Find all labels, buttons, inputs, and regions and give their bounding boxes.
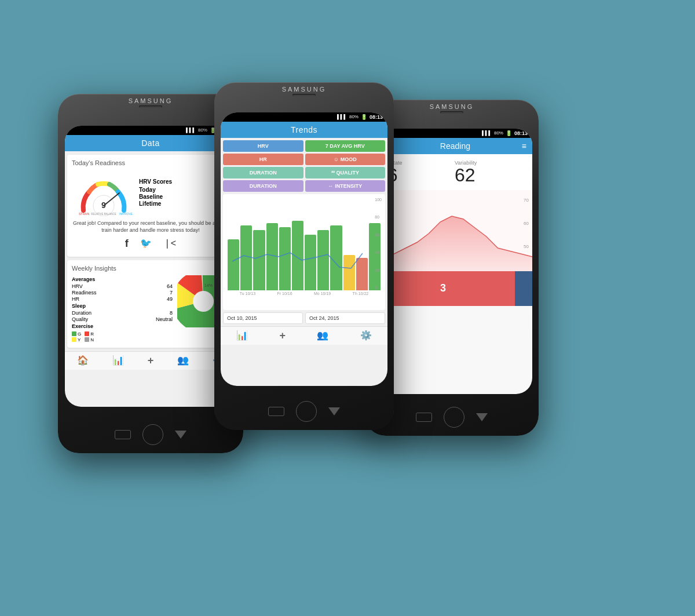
svg-text:RELATIVE BALANCE: RELATIVE BALANCE — [91, 213, 116, 216]
bar-chart — [226, 198, 382, 290]
bar-5 — [279, 227, 291, 290]
phone2-back-button[interactable] — [268, 407, 284, 416]
bar-6 — [292, 221, 303, 290]
bar-3 — [253, 230, 265, 290]
legend-left: G Y — [72, 331, 81, 343]
bar-9 — [330, 225, 342, 290]
date-to-input[interactable]: Oct 24, 2015 — [305, 312, 385, 324]
date-to-value: Oct 24, 2015 — [309, 315, 339, 321]
tab-hr[interactable]: HR — [223, 154, 303, 165]
phone2-menu-button[interactable] — [328, 407, 340, 415]
phone1-menu-button[interactable] — [175, 431, 186, 439]
nav-home[interactable]: 🏠 — [77, 355, 89, 367]
phone2-status-bar: ▌▌▌ 80% 🔋 08:13 — [221, 112, 387, 122]
readiness-avg-row: Readiness 7 — [72, 290, 173, 296]
insights-card: Weekly Insights Averages HRV 64 Readines… — [67, 260, 234, 348]
twitter-icon[interactable]: 🐦 — [140, 238, 152, 250]
phone1-bottom-nav: 🏠 📊 + 👥 ⚙️ — [65, 351, 236, 370]
svg-text:70: 70 — [524, 197, 529, 202]
gauge-svg: 9 STRAIN IMPROVE RELATIVE BALANCE — [72, 170, 136, 216]
phone1-back-button[interactable] — [115, 430, 131, 439]
phone2-time: 08:13 — [370, 114, 383, 120]
reading-chart-svg: 70 60 50 — [371, 190, 532, 271]
date-from-input[interactable]: Oct 10, 2015 — [223, 312, 303, 324]
phone1-speaker — [139, 105, 162, 108]
legend-yellow — [72, 337, 76, 342]
insights-body: Averages HRV 64 Readiness 7 HR — [72, 275, 229, 343]
insights-title: Weekly Insights — [72, 265, 229, 272]
tab-intensity[interactable]: ↔INTENSITY — [305, 180, 386, 192]
bar-8 — [317, 230, 329, 290]
tab-quality[interactable]: ᶻᶻQUALITY — [305, 167, 386, 178]
quality-icon: ᶻᶻ — [331, 170, 335, 176]
bar-10 — [343, 255, 355, 290]
phone2-home-button[interactable] — [296, 401, 317, 422]
averages-title: Averages — [72, 276, 173, 282]
reading-header: Reading ≡ — [371, 138, 532, 154]
nav2-settings[interactable]: ⚙️ — [360, 330, 372, 342]
insights-left: Averages HRV 64 Readiness 7 HR — [72, 275, 173, 343]
phone1-home-button[interactable] — [142, 424, 163, 445]
bar-1 — [228, 239, 239, 290]
phone3-time: 08:13 — [514, 130, 528, 136]
legend-neutral — [85, 337, 89, 342]
phone2-app-header: Trends — [221, 122, 387, 138]
tab-mood[interactable]: ☺MOOD — [305, 154, 386, 165]
trends-chart-area: 100 80 60 40 20 0 Tu 10/13 Fr 10/16 Mo 1… — [223, 194, 385, 310]
phone3-back-button[interactable] — [416, 413, 432, 422]
y-axis-labels: 100 80 60 40 20 0 — [375, 198, 382, 290]
gauge-container: 9 STRAIN IMPROVE RELATIVE BALANCE — [72, 170, 136, 216]
phones-container: SAMSUNG ▌▌▌ 80% 🔋 08:13 Data Today's Rea… — [58, 48, 637, 569]
phone2-screen: ▌▌▌ 80% 🔋 08:13 Trends HRV 7 DAY AVG HRV… — [221, 112, 387, 386]
date-from-value: Oct 10, 2015 — [227, 315, 257, 321]
quality-row: Quality Neutral — [72, 316, 173, 322]
phone2-signal: ▌▌▌ — [337, 114, 347, 119]
svg-text:14%: 14% — [204, 282, 213, 287]
reading-stats: Heart Rate 56 Variability 62 — [371, 154, 532, 190]
nav-add[interactable]: + — [148, 355, 154, 367]
phone2-brand: SAMSUNG — [214, 82, 394, 94]
reading-bar-blue — [515, 271, 532, 306]
phone3-home-button[interactable] — [444, 407, 464, 428]
mood-icon: ☺ — [334, 156, 339, 162]
exercise-label: Exercise — [72, 323, 173, 329]
reading-chart: 70 60 50 — [371, 190, 532, 271]
hr-avg-row: HR 49 — [72, 296, 173, 302]
phone3-menu-button[interactable] — [476, 413, 488, 421]
phone1-signal: ▌▌▌ — [186, 127, 196, 133]
svg-text:50: 50 — [524, 243, 529, 249]
phone3-signal: ▌▌▌ — [482, 130, 492, 136]
trends-tabs: HRV 7 DAY AVG HRV HR ☺MOOD DURATION ᶻᶻQU… — [221, 138, 387, 194]
variability-block: Variability 62 — [455, 160, 526, 184]
phone2-screen-area: ▌▌▌ 80% 🔋 08:13 Trends HRV 7 DAY AVG HRV… — [221, 112, 387, 386]
phone2-battery: 80% — [349, 114, 359, 119]
svg-text:60: 60 — [524, 220, 529, 225]
tab-hrv[interactable]: HRV — [223, 140, 303, 152]
phone1-app-header: Data — [65, 135, 236, 151]
share-icon[interactable]: ❘< — [163, 238, 176, 250]
hrv-lifetime-label: Lifetime — [139, 201, 161, 207]
phone3-speaker — [440, 111, 463, 114]
nav-data[interactable]: 📊 — [112, 355, 124, 367]
sleep-title: Sleep — [72, 303, 173, 309]
nav2-social[interactable]: 👥 — [317, 330, 328, 342]
filter-icon[interactable]: ≡ — [522, 141, 526, 151]
facebook-icon[interactable]: f — [125, 238, 129, 250]
nav2-data[interactable]: 📊 — [236, 330, 248, 342]
legend-red — [85, 331, 89, 336]
phone2-bottom-nav: 📊 + 👥 ⚙️ — [221, 326, 387, 345]
readiness-card: Today's Readiness — [67, 155, 234, 257]
tab-duration[interactable]: DURATION — [223, 167, 303, 178]
nav-social[interactable]: 👥 — [177, 355, 189, 367]
phone3-screen: ▌▌▌ 80% 🔋 08:13 Reading ≡ Heart Rate 56 — [371, 129, 532, 394]
legend-right: R N — [85, 331, 94, 343]
hrv-avg-row: HRV 64 — [72, 283, 173, 289]
date-inputs: Oct 10, 2015 Oct 24, 2015 — [221, 310, 387, 326]
phone2-shell: SAMSUNG ▌▌▌ 80% 🔋 08:13 Trends HRV 7 DA — [214, 82, 394, 430]
tab-7day-avg[interactable]: 7 DAY AVG HRV — [305, 140, 386, 152]
bar-7 — [305, 235, 316, 290]
phone1-battery: 80% — [198, 127, 207, 133]
tab-duration2[interactable]: DURATION — [223, 180, 303, 192]
variability-value: 62 — [455, 166, 526, 184]
nav2-add[interactable]: + — [280, 330, 286, 342]
